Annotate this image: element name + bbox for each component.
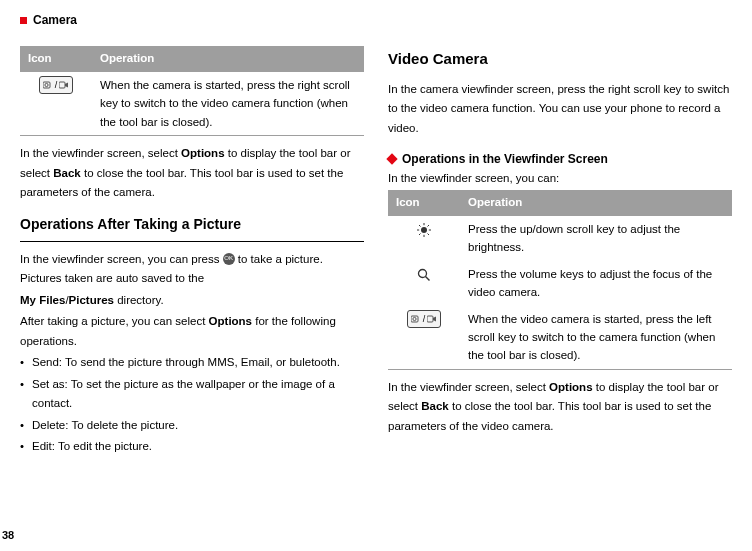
svg-line-8	[419, 225, 421, 227]
mode-switch-icon-cell: /	[20, 72, 92, 136]
list-item: Send: To send the picture through MMS, E…	[20, 353, 364, 373]
svg-rect-16	[427, 316, 433, 322]
svg-line-13	[426, 276, 430, 280]
page-number: 38	[2, 526, 14, 545]
magnifier-icon	[417, 268, 431, 282]
list-item: Edit: To edit the picture.	[20, 437, 364, 457]
table-header-icon: Icon	[20, 46, 92, 72]
svg-line-10	[419, 233, 421, 235]
paragraph: After taking a picture, you can select O…	[20, 312, 364, 351]
sub-heading-text: Operations in the Viewfinder Screen	[402, 149, 608, 169]
paragraph: My Files/Pictures directory.	[20, 291, 364, 311]
table-row: / When the camera is started, press the …	[20, 72, 364, 136]
table-row: / When the video camera is started, pres…	[388, 306, 732, 370]
text: After taking a picture, you can select	[20, 315, 209, 327]
table-cell-operation: When the camera is started, press the ri…	[92, 72, 364, 136]
bold-text: Options	[181, 147, 224, 159]
list-item: Delete: To delete the picture.	[20, 416, 364, 436]
header-title: Camera	[33, 10, 77, 30]
table-header-operation: Operation	[460, 190, 732, 216]
svg-point-15	[413, 317, 416, 320]
table-header-operation: Operation	[92, 46, 364, 72]
table-cell-operation: When the video camera is started, press …	[460, 306, 732, 370]
left-column: Icon Operation / When the camera is star…	[20, 46, 364, 459]
right-column: Video Camera In the camera viewfinder sc…	[388, 46, 732, 459]
bold-text: Options	[209, 315, 252, 327]
paragraph: In the viewfinder screen, you can:	[388, 169, 732, 189]
focus-icon-cell	[388, 261, 460, 306]
video-icon-table: Icon Operation	[388, 190, 732, 369]
svg-rect-14	[411, 316, 418, 322]
table-header-icon: Icon	[388, 190, 460, 216]
svg-line-9	[428, 233, 430, 235]
paragraph: In the viewfinder screen, select Options…	[388, 378, 732, 437]
table-cell-operation: Press the volume keys to adjust the focu…	[460, 261, 732, 306]
section-heading: Operations After Taking a Picture	[20, 213, 364, 242]
text: In the viewfinder screen, select	[388, 381, 549, 393]
bold-text: Pictures	[69, 294, 114, 306]
text: In the viewfinder screen, select	[20, 147, 181, 159]
table-cell-operation: Press the up/down scroll key to adjust t…	[460, 216, 732, 261]
table-row: Press the up/down scroll key to adjust t…	[388, 216, 732, 261]
paragraph: In the viewfinder screen, select Options…	[20, 144, 364, 203]
table-row: Press the volume keys to adjust the focu…	[388, 261, 732, 306]
list-item: Set as: To set the picture as the wallpa…	[20, 375, 364, 414]
mode-switch-icon-cell: /	[388, 306, 460, 370]
bold-text: Back	[53, 167, 81, 179]
camera-video-mode-icon: /	[407, 310, 442, 328]
text: directory.	[114, 294, 164, 306]
camera-video-mode-icon: /	[39, 76, 74, 94]
ok-button-icon: OK	[223, 253, 235, 265]
svg-point-12	[419, 269, 427, 277]
bold-text: Options	[549, 381, 592, 393]
camera-icon-table: Icon Operation / When the camera is star…	[20, 46, 364, 136]
svg-point-1	[45, 84, 48, 87]
section-heading: Video Camera	[388, 46, 732, 72]
svg-point-3	[421, 227, 427, 233]
paragraph: In the viewfinder screen, you can press …	[20, 250, 364, 289]
text: In the viewfinder screen, you can press	[20, 253, 223, 265]
bullet-list: Send: To send the picture through MMS, E…	[20, 353, 364, 457]
content-columns: Icon Operation / When the camera is star…	[20, 46, 732, 459]
paragraph: In the camera viewfinder screen, press t…	[388, 80, 732, 139]
svg-rect-2	[59, 82, 65, 88]
diamond-icon	[386, 153, 397, 164]
svg-line-11	[428, 225, 430, 227]
sub-heading: Operations in the Viewfinder Screen	[388, 149, 732, 169]
bold-text: My Files	[20, 294, 65, 306]
brightness-icon-cell	[388, 216, 460, 261]
brightness-icon	[417, 223, 431, 237]
page-header: Camera	[20, 10, 732, 30]
bold-text: Back	[421, 400, 449, 412]
header-square-icon	[20, 17, 27, 24]
